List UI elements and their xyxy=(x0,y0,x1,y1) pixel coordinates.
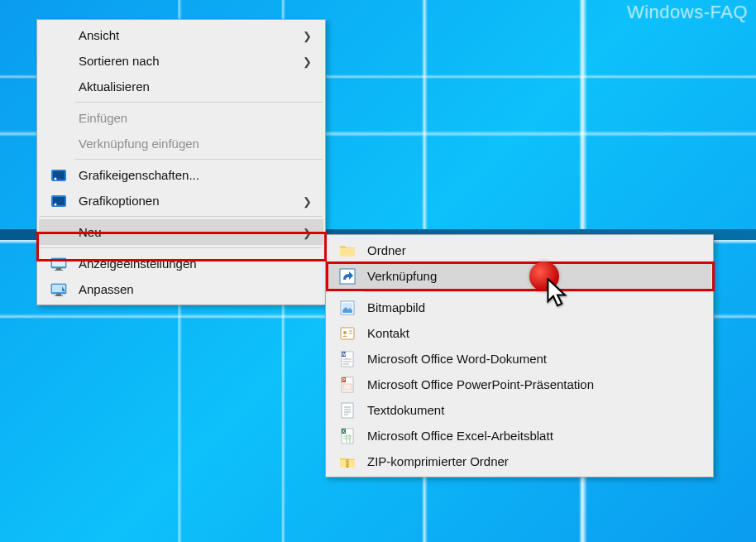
menu-separator xyxy=(364,291,711,292)
chevron-right-icon: ❯ xyxy=(303,55,312,67)
menu-label: Einfügen xyxy=(79,111,127,125)
chevron-right-icon: ❯ xyxy=(303,29,312,41)
submenu-label: Textdokument xyxy=(367,403,444,417)
submenu-label: Microsoft Office PowerPoint-Präsentation xyxy=(367,377,594,391)
svg-rect-31 xyxy=(342,403,353,418)
personalize-icon xyxy=(50,281,67,298)
svg-rect-7 xyxy=(52,259,65,266)
menu-separator xyxy=(40,247,323,248)
submenu-label: Kontakt xyxy=(367,326,409,340)
watermark-text: Windows-FAQ xyxy=(627,2,748,23)
submenu-item-shortcut[interactable]: Verknüpfung xyxy=(328,263,711,289)
submenu-item-text[interactable]: Textdokument xyxy=(328,397,711,423)
menu-item-paste: Einfügen xyxy=(39,105,323,131)
svg-rect-30 xyxy=(343,384,352,390)
menu-item-new[interactable]: Neu ❯ xyxy=(39,219,323,245)
svg-rect-13 xyxy=(55,295,63,296)
menu-item-graphics-opts[interactable]: Grafikoptionen ❯ xyxy=(39,188,323,213)
submenu-label: Microsoft Office Word-Dokument xyxy=(367,352,547,366)
submenu-item-zip[interactable]: ZIP-komprimierter Ordner xyxy=(328,448,711,474)
folder-icon xyxy=(339,242,356,259)
svg-rect-12 xyxy=(56,294,61,295)
menu-label: Neu xyxy=(79,225,102,239)
menu-label: Aktualisieren xyxy=(79,79,150,94)
submenu-label: Verknüpfung xyxy=(367,269,437,283)
menu-item-personalize[interactable]: Anpassen xyxy=(39,276,323,302)
svg-text:W: W xyxy=(342,352,346,357)
shortcut-icon xyxy=(339,268,356,285)
intel-graphics-icon xyxy=(50,167,67,184)
menu-item-sort[interactable]: Sortieren nach ❯ xyxy=(39,48,323,74)
menu-item-refresh[interactable]: Aktualisieren xyxy=(39,74,323,99)
text-doc-icon xyxy=(339,402,356,419)
svg-rect-9 xyxy=(55,270,63,271)
powerpoint-icon: P xyxy=(339,377,356,393)
submenu-label: Bitmapbild xyxy=(367,300,425,314)
zip-folder-icon xyxy=(339,453,356,470)
menu-separator xyxy=(40,216,323,217)
submenu-label: Microsoft Office Excel-Arbeitsblatt xyxy=(367,429,553,443)
bitmap-icon xyxy=(339,300,356,316)
contact-icon xyxy=(339,325,356,342)
submenu-item-bitmap[interactable]: Bitmapbild xyxy=(328,295,711,320)
desktop-context-menu: Ansicht ❯ Sortieren nach ❯ Aktualisieren… xyxy=(36,19,326,305)
submenu-item-powerpoint[interactable]: P Microsoft Office PowerPoint-Präsentati… xyxy=(328,372,711,397)
svg-point-5 xyxy=(55,203,57,205)
submenu-label: Ordner xyxy=(367,243,406,257)
chevron-right-icon: ❯ xyxy=(303,194,312,207)
menu-separator xyxy=(75,159,323,160)
menu-item-graphics-props[interactable]: Grafikeigenschaften... xyxy=(39,162,323,188)
menu-label: Verknüpfung einfügen xyxy=(79,137,199,151)
menu-label: Anpassen xyxy=(79,282,134,296)
menu-label: Anzeigeeinstellungen xyxy=(79,257,197,271)
svg-point-18 xyxy=(343,331,347,334)
submenu-item-folder[interactable]: Ordner xyxy=(328,237,711,263)
word-icon: W xyxy=(339,351,356,367)
menu-item-view[interactable]: Ansicht ❯ xyxy=(39,22,323,48)
menu-label: Sortieren nach xyxy=(79,54,160,68)
menu-label: Grafikeigenschaften... xyxy=(79,168,199,182)
menu-label: Ansicht xyxy=(79,28,119,42)
excel-icon: X xyxy=(339,428,356,444)
menu-separator xyxy=(75,102,323,103)
submenu-item-contact[interactable]: Kontakt xyxy=(328,320,711,346)
new-submenu: Ordner Verknüpfung Bitmapbild Kontakt W … xyxy=(325,234,714,477)
menu-item-paste-shortcut: Verknüpfung einfügen xyxy=(39,131,323,156)
submenu-item-excel[interactable]: X Microsoft Office Excel-Arbeitsblatt xyxy=(328,423,711,448)
chevron-right-icon: ❯ xyxy=(303,226,312,238)
submenu-item-word[interactable]: W Microsoft Office Word-Dokument xyxy=(328,346,711,372)
svg-point-2 xyxy=(55,177,57,180)
monitor-icon xyxy=(50,256,67,272)
intel-graphics-icon xyxy=(50,193,67,209)
svg-rect-8 xyxy=(56,268,61,270)
submenu-label: ZIP-komprimierter Ordner xyxy=(367,454,509,468)
menu-item-display-settings[interactable]: Anzeigeeinstellungen xyxy=(39,251,323,276)
menu-label: Grafikoptionen xyxy=(79,194,160,208)
